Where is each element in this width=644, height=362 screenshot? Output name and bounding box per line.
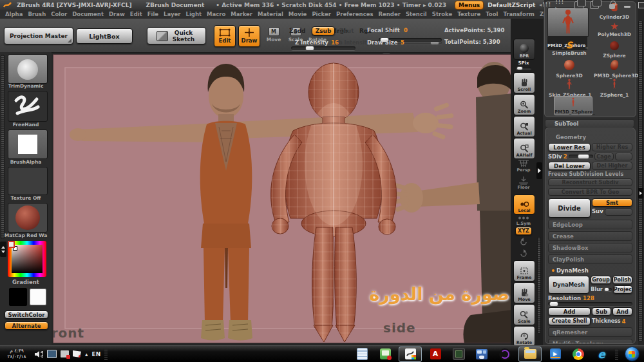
move-canvas-button[interactable]: Move [513, 282, 535, 303]
local-button[interactable]: Local [513, 195, 535, 214]
current-brush-thumb[interactable] [8, 54, 48, 84]
freeze-subdivision-button[interactable]: Freeze SubDivision Levels [548, 171, 623, 177]
sdiv-slider[interactable] [569, 155, 593, 158]
suv-aux-button[interactable] [605, 208, 632, 216]
menu-item[interactable]: Transform [503, 11, 535, 17]
taskbar-photo-icon[interactable] [375, 347, 395, 361]
resolution-slider[interactable] [548, 302, 632, 306]
add-button[interactable]: Add [548, 307, 591, 316]
menu-item[interactable]: File [147, 11, 158, 17]
bpr-button[interactable]: BPR [513, 39, 535, 60]
focal-shift-slider[interactable] [379, 38, 442, 42]
project-button[interactable]: Projec [613, 285, 632, 294]
crease-section-header[interactable]: Crease [548, 231, 632, 241]
menu-item[interactable]: Layer [164, 11, 180, 17]
taskbar-utility-icon[interactable] [449, 347, 468, 361]
frame-button[interactable]: Frame [513, 260, 535, 281]
cage-aux-button[interactable] [615, 153, 632, 160]
tool-item[interactable]: ZSphere [594, 41, 635, 59]
tray-app-icon[interactable] [61, 350, 69, 357]
scale-canvas-button[interactable]: Scale [513, 304, 535, 325]
menu-item[interactable]: Render [379, 11, 401, 17]
lightbox-button[interactable]: LightBox [76, 28, 133, 44]
group-button[interactable]: Group [591, 276, 611, 284]
dynamesh-button[interactable]: DynaMesh [548, 276, 589, 294]
menu-item[interactable]: Brush [28, 11, 46, 17]
reconstruct-subdiv-button[interactable]: Reconstruct Subdiv [548, 178, 632, 186]
edit-button[interactable]: Edit [214, 25, 236, 47]
zscript-next-icon[interactable]: !!!▸ [555, 0, 567, 11]
quick-sketch-button[interactable]: Quick Sketch [147, 27, 206, 44]
claypolish-section-header[interactable]: ClayPolish [548, 254, 632, 264]
zscript-name[interactable]: DefaultZScript [488, 2, 535, 8]
modify-topology-section-header[interactable]: Modify Topology [548, 339, 632, 344]
tool-item-selected[interactable]: PM3D_ZSphere_ [554, 96, 592, 115]
panel-divider-handle[interactable] [536, 162, 542, 179]
draw-button[interactable]: Draw [238, 25, 260, 47]
taskbar-zbrush-icon[interactable] [399, 347, 422, 362]
persp-button[interactable]: Persp [513, 160, 534, 173]
taskbar-notepad-icon[interactable] [352, 347, 372, 361]
menu-item[interactable]: Stroke [432, 11, 452, 17]
menu-item[interactable]: Movie [289, 11, 307, 17]
menu-item[interactable]: Macro [207, 11, 225, 17]
menu-item[interactable]: Document [72, 11, 104, 17]
taskbar-explorer-icon[interactable] [518, 347, 542, 362]
and-button[interactable]: And [612, 307, 632, 316]
taskbar-mediaplayer-icon[interactable]: ▶ [545, 347, 565, 361]
projection-master-button[interactable]: Projection Master [4, 27, 73, 44]
tool-item[interactable]: ★ PolyMesh3D [594, 21, 635, 37]
menu-item[interactable]: Alpha [5, 11, 23, 17]
zsub-button[interactable]: Zsub [312, 26, 335, 35]
cage-button[interactable]: Cage [594, 153, 614, 160]
del-higher-button[interactable]: Del Higher [592, 162, 632, 170]
gutter-scrollbar[interactable] [537, 237, 541, 334]
menu-item[interactable]: Picker [312, 11, 331, 17]
tray-window-icon[interactable] [47, 350, 57, 358]
menu-item[interactable]: Material [258, 11, 283, 17]
divide-button[interactable]: Divide [548, 198, 591, 218]
z-intensity-slider[interactable] [291, 46, 355, 50]
menu-item[interactable]: Texture [457, 11, 480, 17]
dynamesh-section-header[interactable]: DynaMesh [548, 266, 632, 274]
spin-left-button[interactable] [513, 238, 534, 246]
left-scrollbar[interactable] [1, 55, 5, 239]
taskbar-ie-icon[interactable]: e [592, 347, 611, 361]
panel-expand-arrow[interactable] [638, 188, 643, 198]
main-color-swatch[interactable] [9, 288, 27, 306]
color-picker[interactable] [8, 241, 46, 277]
shadowbox-section-header[interactable]: ShadowBox [548, 243, 632, 252]
document-canvas[interactable]: صورة من الدورة front side [53, 54, 512, 343]
panel-scrollbar[interactable] [638, 21, 643, 341]
create-shell-button[interactable]: Create Shell [548, 317, 591, 325]
menu-item[interactable]: Light [186, 11, 202, 17]
higher-res-button[interactable]: Higher Res [592, 143, 632, 151]
left-scroll-arrows[interactable] [0, 242, 6, 257]
alternate-button[interactable]: Alternate [5, 321, 48, 330]
menu-item[interactable]: Tool [486, 11, 498, 17]
current-stroke-thumb[interactable] [8, 91, 48, 122]
zcut-button[interactable]: Zcut [339, 28, 354, 34]
taskbar-bittorrent-icon[interactable] [495, 347, 515, 361]
speaker-icon[interactable] [35, 350, 43, 358]
tray-flag-icon[interactable] [73, 350, 81, 357]
m-button[interactable]: M [386, 28, 392, 34]
zoom-button[interactable]: Zoom [513, 94, 535, 115]
del-lower-button[interactable]: Del Lower [548, 162, 591, 170]
tool-item[interactable]: Sphere3D [549, 60, 590, 79]
aahalf-button[interactable]: AAHalf [513, 138, 535, 159]
floor-button[interactable]: Floor [513, 176, 534, 190]
tool-item[interactable]: S SimpleBrush [549, 41, 590, 56]
rotate-canvas-button[interactable]: Rotate [513, 326, 535, 347]
move-button[interactable]: M Move [264, 27, 283, 43]
taskbar-display-icon[interactable] [472, 347, 491, 361]
lock-icon[interactable] [609, 4, 614, 9]
restore-button[interactable] [638, 2, 644, 8]
subtool-section-header[interactable]: SubTool [545, 119, 634, 128]
menu-item[interactable]: Draw [109, 11, 125, 17]
lsym-button[interactable]: L.Sym [513, 215, 534, 226]
taskbar-adobe-icon[interactable]: A [426, 347, 445, 361]
polish-button[interactable]: Polish [612, 276, 632, 284]
spin-right-button[interactable] [513, 249, 534, 258]
tool-item[interactable]: PM3D_Sphere3D [594, 60, 635, 79]
